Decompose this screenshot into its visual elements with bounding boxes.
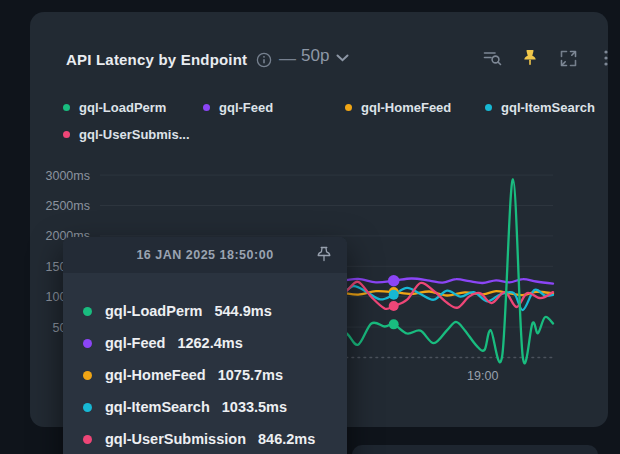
tooltip-series-value: 1033.5ms	[222, 399, 287, 415]
tooltip-series-name: gql-LoadPerm	[105, 303, 202, 319]
tooltip-row: gql-Feed1262.4ms	[83, 333, 331, 353]
tooltip-series-value: 544.9ms	[214, 303, 271, 319]
tooltip-header: 16 JAN 2025 18:50:00	[63, 237, 347, 273]
y-axis-label: 3000ms	[46, 169, 90, 183]
hover-dot-gql-LoadPerm	[389, 319, 399, 329]
tooltip-rows: gql-LoadPerm544.9msgql-Feed1262.4msgql-H…	[63, 273, 347, 454]
tooltip-pin-icon[interactable]	[316, 246, 334, 264]
tooltip-series-dot	[83, 403, 92, 412]
hover-dot-gql-Feed	[388, 275, 400, 287]
tooltip-row: gql-LoadPerm544.9ms	[83, 301, 331, 321]
tooltip-series-dot	[83, 339, 92, 348]
tooltip-series-name: gql-UserSubmission	[105, 431, 246, 447]
tooltip-series-name: gql-Feed	[105, 335, 165, 351]
hover-dot-gql-UserSubmission	[389, 301, 399, 311]
tooltip-series-value: 846.2ms	[258, 431, 315, 447]
tooltip-row: gql-ItemSearch1033.5ms	[83, 397, 331, 417]
dashboard-background: API Latency by Endpoint — 50p	[0, 0, 620, 454]
tooltip-timestamp: 16 JAN 2025 18:50:00	[136, 248, 273, 262]
chart-tooltip: 16 JAN 2025 18:50:00 gql-LoadPerm544.9ms…	[63, 237, 347, 454]
x-axis-label: 19:00	[467, 369, 498, 383]
tooltip-series-name: gql-ItemSearch	[105, 399, 210, 415]
tooltip-series-value: 1075.7ms	[218, 367, 283, 383]
next-widget-card	[352, 445, 598, 454]
tooltip-series-value: 1262.4ms	[177, 335, 242, 351]
tooltip-row: gql-HomeFeed1075.7ms	[83, 365, 331, 385]
tooltip-row: gql-UserSubmission846.2ms	[83, 429, 331, 449]
y-axis-label: 2500ms	[46, 199, 90, 213]
tooltip-series-dot	[83, 371, 92, 380]
tooltip-series-dot	[83, 435, 92, 444]
hover-dot-gql-ItemSearch	[389, 290, 399, 300]
tooltip-series-name: gql-HomeFeed	[105, 367, 206, 383]
tooltip-series-dot	[83, 307, 92, 316]
